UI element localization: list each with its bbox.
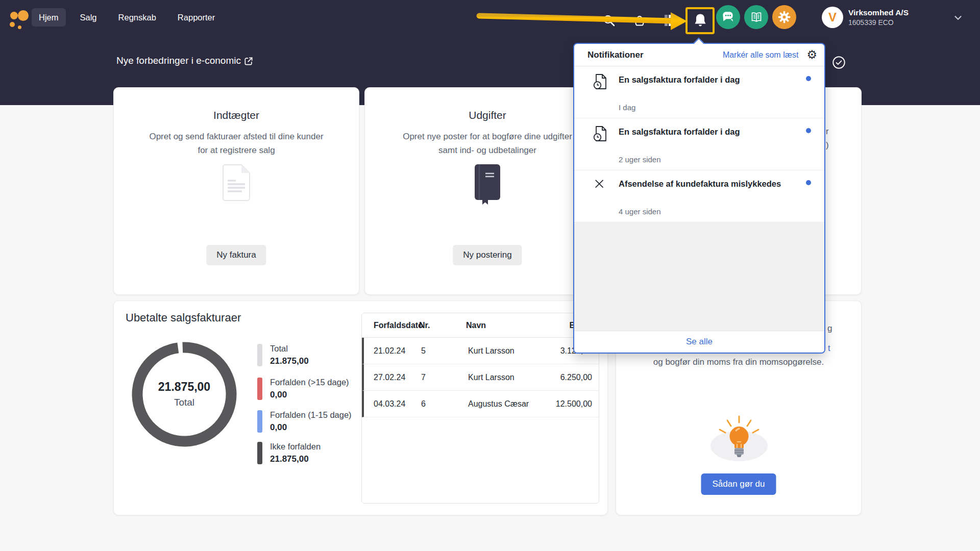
unpaid-invoices-card: Ubetalte salgsfakturaer 21.875,00 Total … xyxy=(113,300,608,515)
notification-item[interactable]: En salgsfaktura forfalder i dag 2 uger s… xyxy=(574,118,824,170)
legend-item-overdue-1-15: Forfalden (1-15 dage)0,00 xyxy=(257,410,352,433)
legend-color-bar xyxy=(257,410,262,433)
invoice-due-icon xyxy=(593,73,608,90)
income-card-title: Indtægter xyxy=(114,109,359,121)
donut-center-total: 21.875,00 Total xyxy=(132,380,237,408)
mark-all-read-link[interactable]: Markér alle som læst xyxy=(723,51,798,60)
unpaid-invoices-title: Ubetalte salgsfakturaer xyxy=(126,311,241,324)
company-avatar[interactable]: V xyxy=(822,7,843,28)
legend-color-bar xyxy=(257,344,262,366)
main-menu: Hjem Salg Regnskab Rapporter xyxy=(32,8,222,27)
logo-dot xyxy=(18,10,29,21)
nav-item-salg[interactable]: Salg xyxy=(73,8,104,27)
invoice-document-icon xyxy=(220,163,252,204)
unread-dot xyxy=(806,76,811,81)
table-row[interactable]: 04.03.24 6 Augustus Cæsar 12.500,00 xyxy=(362,391,599,417)
nav-item-rapporter[interactable]: Rapporter xyxy=(170,8,222,27)
income-card: Indtægter Opret og send fakturaer afsted… xyxy=(113,87,359,295)
account-switcher[interactable]: Virksomhed A/S 1605339 ECO xyxy=(848,8,909,27)
table-header-row: Forfaldsdato Nr. Navn Beløb xyxy=(362,313,599,338)
new-invoice-button[interactable]: Ny faktura xyxy=(206,245,266,265)
company-name: Virksomhed A/S xyxy=(848,8,909,18)
notifications-empty-area xyxy=(574,222,824,331)
logo-dot xyxy=(18,26,21,29)
logo-dot xyxy=(10,22,15,27)
e-conomic-dashboard: Hjem Salg Regnskab Rapporter xyxy=(0,0,980,551)
legend-item-not-due: Ikke forfalden21.875,00 xyxy=(257,442,321,464)
table-row[interactable]: 27.02.24 7 Kurt Larsson 6.250,00 xyxy=(362,364,599,391)
hidden-text-fragment: ) xyxy=(826,140,829,151)
legend-item-total: Total21.875,00 xyxy=(257,344,309,366)
hidden-text-fragment: r xyxy=(826,127,829,137)
e-conomic-logo[interactable] xyxy=(8,7,31,32)
notifications-list: En salgsfaktura forfalder i dag I dag En… xyxy=(574,66,824,222)
unread-dot xyxy=(806,180,811,185)
agreement-number: 1605339 ECO xyxy=(848,18,909,27)
notification-settings-gear-icon[interactable]: ⚙ xyxy=(806,49,817,61)
chat-support-icon[interactable] xyxy=(716,5,740,29)
new-entry-button[interactable]: Ny postering xyxy=(453,245,522,265)
legend-item-overdue-15plus: Forfalden (>15 dage)0,00 xyxy=(257,378,349,400)
check-circle-icon[interactable] xyxy=(831,55,846,70)
lightbulb-illustration xyxy=(702,412,776,467)
ledger-book-icon xyxy=(472,163,503,207)
hidden-text-fragment: g xyxy=(827,323,832,334)
search-icon[interactable] xyxy=(602,14,616,27)
settings-gear-icon[interactable] xyxy=(772,5,796,29)
vat-how-to-button[interactable]: Sådan gør du xyxy=(701,473,776,495)
notification-item[interactable]: En salgsfaktura forfalder i dag I dag xyxy=(574,66,824,118)
basket-icon[interactable] xyxy=(633,14,646,27)
notifications-header: Notifikationer Markér alle som læst ⚙ xyxy=(574,44,824,66)
nav-item-regnskab[interactable]: Regnskab xyxy=(111,8,163,27)
nav-item-hjem[interactable]: Hjem xyxy=(32,8,66,27)
income-card-description: Opret og send fakturaer afsted til dine … xyxy=(114,130,359,157)
unread-dot xyxy=(806,128,811,133)
chevron-down-icon[interactable] xyxy=(952,12,964,23)
legend-color-bar xyxy=(257,378,262,400)
failed-send-icon xyxy=(593,178,608,194)
logo-dot xyxy=(10,12,18,19)
table-row[interactable]: 21.02.24 5 Kurt Larsson 3.125,00 xyxy=(362,338,599,364)
external-link-icon[interactable] xyxy=(243,56,254,66)
notifications-bell-icon[interactable] xyxy=(692,12,709,30)
notifications-popover: Notifikationer Markér alle som læst ⚙ En… xyxy=(573,43,825,354)
academy-book-icon[interactable] xyxy=(744,5,768,29)
notifications-footer: Se alle xyxy=(574,331,824,353)
hidden-link-fragment[interactable]: t xyxy=(828,343,830,354)
apps-grid-icon[interactable] xyxy=(664,14,676,27)
news-banner-link[interactable]: Nye forbedringer i e-conomic xyxy=(116,55,241,66)
notification-item[interactable]: Afsendelse af kundefaktura mislykkedes 4… xyxy=(574,170,824,222)
legend-color-bar xyxy=(257,442,262,464)
notifications-title: Notifikationer xyxy=(587,50,723,60)
unpaid-invoices-table: Forfaldsdato Nr. Navn Beløb 21.02.24 5 K… xyxy=(361,313,599,504)
vat-description: og bogfør din moms fra din momsopgørelse… xyxy=(616,357,861,367)
invoice-due-icon xyxy=(593,126,608,142)
see-all-link[interactable]: Se alle xyxy=(686,337,713,347)
